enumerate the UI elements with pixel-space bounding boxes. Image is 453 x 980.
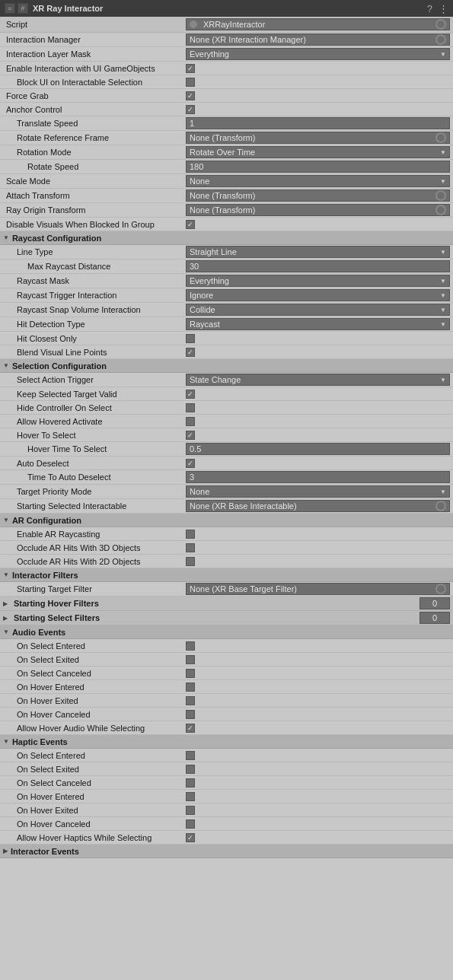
occlude-3d-checkbox[interactable]: [186, 543, 195, 552]
allow-hover-audio-label: Allow Hover Audio While Selecting: [3, 724, 186, 733]
allow-hovered-activate-checkbox[interactable]: [186, 417, 195, 426]
block-ui-label: Block UI on Interactable Selection: [3, 78, 186, 87]
audio-on-hover-exited-checkbox[interactable]: [186, 696, 195, 705]
audio-events-section[interactable]: ▼ Audio Events: [0, 625, 453, 639]
time-to-auto-deselect-input[interactable]: 3: [186, 471, 450, 483]
select-action-trigger-label: Select Action Trigger: [3, 375, 186, 384]
auto-deselect-checkbox[interactable]: [186, 459, 195, 468]
audio-on-select-canceled-checkbox[interactable]: [186, 669, 195, 678]
anchor-control-checkbox[interactable]: [186, 105, 195, 114]
audio-on-select-exited-checkbox[interactable]: [186, 655, 195, 664]
starting-select-filters-row[interactable]: ▶ Starting Select Filters 0: [0, 611, 453, 625]
haptic-on-select-entered-checkbox[interactable]: [186, 751, 195, 760]
hover-to-select-checkbox[interactable]: [186, 431, 195, 440]
rotate-speed-label: Rotate Speed: [3, 162, 186, 171]
allow-hover-audio-checkbox[interactable]: [186, 724, 195, 733]
translate-speed-input[interactable]: 1: [186, 117, 450, 129]
interaction-manager-picker[interactable]: [435, 34, 446, 45]
ray-origin-transform-ref[interactable]: None (Transform): [186, 204, 450, 216]
ray-origin-transform-picker[interactable]: [435, 205, 446, 215]
hover-to-select-row: Hover To Select: [0, 428, 453, 442]
haptic-on-hover-canceled-checkbox[interactable]: [186, 819, 195, 829]
hit-closest-only-checkbox[interactable]: [186, 334, 195, 343]
hit-closest-only-row: Hit Closest Only: [0, 332, 453, 345]
target-priority-mode-dropdown[interactable]: None ▼: [186, 485, 450, 498]
audio-on-select-entered-checkbox[interactable]: [186, 641, 195, 651]
rotation-mode-dropdown[interactable]: Rotate Over Time ▼: [186, 146, 450, 158]
max-raycast-distance-input[interactable]: 30: [186, 260, 450, 272]
translate-speed-row: Translate Speed 1: [0, 116, 453, 131]
script-ref-picker[interactable]: [435, 19, 446, 30]
interaction-manager-row: Interaction Manager None (XR Interaction…: [0, 33, 453, 47]
interactor-events-section[interactable]: ▶ Interactor Events: [0, 845, 453, 858]
blend-visual-line-points-checkbox[interactable]: [186, 348, 195, 357]
selection-config-section[interactable]: ▼ Selection Configuration: [0, 359, 453, 373]
block-ui-checkbox[interactable]: [186, 78, 195, 87]
allow-hover-audio-row: Allow Hover Audio While Selecting: [0, 721, 453, 735]
rotate-reference-frame-ref[interactable]: None (Transform): [186, 132, 450, 144]
attach-transform-picker[interactable]: [435, 190, 446, 201]
ray-origin-transform-label: Ray Origin Transform: [3, 205, 186, 215]
enable-ar-raycasting-checkbox[interactable]: [186, 530, 195, 539]
anchor-control-label: Anchor Control: [3, 105, 186, 114]
haptic-events-section[interactable]: ▼ Haptic Events: [0, 735, 453, 749]
interaction-layer-mask-dropdown[interactable]: Everything ▼: [186, 48, 450, 60]
starting-selected-interactable-ref[interactable]: None (XR Base Interactable): [186, 500, 450, 512]
starting-target-filter-label: Starting Target Filter: [3, 584, 186, 593]
ar-config-section[interactable]: ▼ AR Configuration: [0, 514, 453, 527]
interactor-filters-section[interactable]: ▼ Interactor Filters: [0, 568, 453, 582]
haptic-on-select-canceled-row: On Select Canceled: [0, 776, 453, 790]
script-ref[interactable]: XRRayInteractor: [186, 18, 450, 30]
haptic-on-select-exited-checkbox[interactable]: [186, 765, 195, 774]
raycast-mask-dropdown[interactable]: Everything ▼: [186, 275, 450, 287]
line-type-row: Line Type Straight Line ▼: [0, 245, 453, 259]
interaction-manager-ref[interactable]: None (XR Interaction Manager): [186, 33, 450, 46]
hover-time-to-select-input[interactable]: 0.5: [186, 443, 450, 455]
allow-hover-haptics-checkbox[interactable]: [186, 833, 195, 842]
help-icon[interactable]: ?: [427, 3, 432, 14]
keep-selected-target-valid-checkbox[interactable]: [186, 390, 195, 399]
interactor-filters-label: Interactor Filters: [12, 571, 78, 580]
audio-on-hover-entered-checkbox[interactable]: [186, 682, 195, 692]
script-label: Script: [3, 20, 186, 29]
force-grab-label: Force Grab: [3, 91, 186, 100]
haptic-on-hover-canceled-label: On Hover Canceled: [3, 819, 186, 829]
menu-icon[interactable]: ⋮: [439, 3, 448, 14]
starting-hover-filters-row[interactable]: ▶ Starting Hover Filters 0: [0, 597, 453, 611]
rotation-mode-row: Rotation Mode Rotate Over Time ▼: [0, 145, 453, 160]
starting-selected-interactable-picker[interactable]: [435, 501, 446, 511]
enable-interaction-checkbox[interactable]: [186, 64, 195, 73]
interactor-events-label: Interactor Events: [11, 847, 79, 856]
audio-on-select-exited-label: On Select Exited: [3, 655, 186, 664]
enable-interaction-label: Enable Interaction with UI GameObjects: [3, 64, 186, 73]
window-title: XR Ray Interactor: [33, 4, 423, 13]
selection-config-label: Selection Configuration: [12, 361, 107, 371]
starting-hover-filters-count[interactable]: 0: [420, 597, 450, 609]
select-action-trigger-dropdown[interactable]: State Change ▼: [186, 374, 450, 386]
occlude-2d-row: Occlude AR Hits With 2D Objects: [0, 555, 453, 568]
haptic-on-hover-entered-checkbox[interactable]: [186, 792, 195, 801]
rotate-reference-frame-picker[interactable]: [435, 132, 446, 143]
force-grab-checkbox[interactable]: [186, 91, 195, 100]
hide-controller-on-select-checkbox[interactable]: [186, 403, 195, 412]
occlude-3d-row: Occlude AR Hits With 3D Objects: [0, 541, 453, 555]
haptic-on-hover-exited-checkbox[interactable]: [186, 806, 195, 815]
haptic-on-select-canceled-checkbox[interactable]: [186, 778, 195, 788]
attach-transform-ref[interactable]: None (Transform): [186, 189, 450, 202]
raycast-snap-dropdown[interactable]: Collide ▼: [186, 304, 450, 316]
disable-visuals-checkbox[interactable]: [186, 220, 195, 229]
raycast-config-section[interactable]: ▼ Raycast Configuration: [0, 231, 453, 245]
starting-select-filters-count[interactable]: 0: [420, 612, 450, 624]
hit-detection-type-row: Hit Detection Type Raycast ▼: [0, 317, 453, 332]
raycast-trigger-dropdown[interactable]: Ignore ▼: [186, 289, 450, 301]
rotate-speed-input[interactable]: 180: [186, 161, 450, 173]
starting-target-filter-picker[interactable]: [435, 584, 446, 594]
attach-transform-label: Attach Transform: [3, 191, 186, 200]
audio-on-hover-canceled-checkbox[interactable]: [186, 710, 195, 719]
scale-mode-dropdown[interactable]: None ▼: [186, 175, 450, 187]
hit-detection-type-dropdown[interactable]: Raycast ▼: [186, 318, 450, 330]
starting-target-filter-ref[interactable]: None (XR Base Target Filter): [186, 583, 450, 595]
line-type-dropdown[interactable]: Straight Line ▼: [186, 246, 450, 258]
occlude-2d-checkbox[interactable]: [186, 557, 195, 566]
auto-deselect-label: Auto Deselect: [3, 459, 186, 468]
